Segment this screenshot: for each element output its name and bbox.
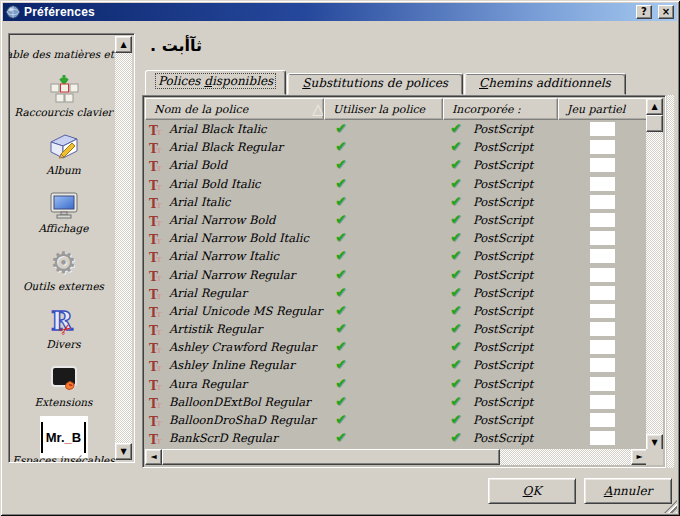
sidebar-item-table-des-matieres-et[interactable]: Table des matières et ... — [11, 36, 116, 60]
sidebar-item-raccourcis-clavier[interactable]: Raccourcis clavier — [11, 60, 116, 118]
truetype-icon: TT — [149, 304, 162, 320]
table-row[interactable]: TTArial Bold Italic✔✔PostScript — [145, 175, 648, 193]
jeu-partiel-cell[interactable] — [590, 231, 615, 245]
jeu-partiel-cell[interactable] — [590, 322, 615, 336]
column-header-nom-de-la-police[interactable]: Nom de la police△ — [145, 98, 324, 120]
table-row[interactable]: TTArial Italic✔✔PostScript — [145, 193, 648, 211]
table-row[interactable]: TTBalloonDroShaD Regular✔✔PostScript — [145, 411, 648, 429]
scroll-up-button[interactable]: ▲ — [115, 36, 132, 53]
sidebar-item-espaces-insecables[interactable]: Mr._BEspaces insécables — [11, 408, 116, 463]
check-icon: ✔ — [335, 302, 347, 319]
vertical-scrollbar[interactable]: ▲ ▼ — [646, 98, 663, 451]
font-name: Arial Narrow Bold Italic — [169, 231, 309, 245]
scrollbar-track[interactable] — [646, 132, 663, 434]
font-name: Arial Black Italic — [169, 122, 267, 136]
tab-chemins-additionnels[interactable]: Chemins additionnels — [464, 73, 626, 95]
scrollbar-thumb[interactable] — [162, 449, 500, 465]
sidebar-item-divers[interactable]: R ✂Divers — [11, 292, 116, 350]
table-row[interactable]: TTArial Regular✔✔PostScript — [145, 284, 648, 302]
table-row[interactable]: TTArial Black Italic✔✔PostScript — [145, 120, 648, 138]
truetype-icon: TT — [149, 158, 162, 174]
font-name: Arial Regular — [169, 286, 247, 300]
scroll-up-button[interactable]: ▲ — [646, 98, 663, 115]
column-header-utiliser-la-police[interactable]: Utiliser la police — [324, 98, 443, 120]
tab-mnemonic: d — [204, 74, 212, 88]
jeu-partiel-cell[interactable] — [590, 140, 615, 154]
font-name: Arial Narrow Italic — [169, 249, 279, 263]
preferences-dialog: Préférences ? × Table des matières et ..… — [0, 0, 680, 516]
truetype-icon: TT — [149, 431, 162, 447]
check-icon: ✔ — [335, 229, 347, 246]
table-row[interactable]: TTArtistik Regular✔✔PostScript — [145, 320, 648, 338]
scroll-left-button[interactable]: ◄ — [145, 449, 162, 465]
truetype-icon: TT — [149, 268, 162, 284]
table-row[interactable]: TTAura Regular✔✔PostScript — [145, 375, 648, 393]
font-name: Arial Narrow Regular — [169, 268, 295, 282]
jeu-partiel-cell[interactable] — [590, 122, 615, 136]
scrollbar-track[interactable] — [500, 449, 631, 465]
cancel-button[interactable]: Annuler — [584, 478, 672, 504]
help-button[interactable]: ? — [636, 5, 652, 19]
table-row[interactable]: TTBankScrD Regular✔✔PostScript — [145, 429, 648, 447]
sidebar-item-extensions[interactable]: Extensions — [11, 350, 116, 408]
table-row[interactable]: TTArial Narrow Bold✔✔PostScript — [145, 211, 648, 229]
close-button[interactable]: × — [658, 5, 674, 19]
jeu-partiel-cell[interactable] — [590, 413, 615, 427]
table-row[interactable]: TTArial Narrow Bold Italic✔✔PostScript — [145, 229, 648, 247]
table-row[interactable]: TTArial Narrow Italic✔✔PostScript — [145, 247, 648, 265]
check-icon: ✔ — [450, 229, 462, 246]
check-icon: ✔ — [335, 356, 347, 373]
table-row[interactable]: TTAshley Crawford Regular✔✔PostScript — [145, 338, 648, 356]
check-icon: ✔ — [335, 284, 347, 301]
jeu-partiel-cell[interactable] — [590, 304, 615, 318]
table-row[interactable]: TTArial Unicode MS Regular✔✔PostScript — [145, 302, 648, 320]
check-icon: ✔ — [450, 266, 462, 283]
sidebar-item-label: Espaces insécables — [12, 454, 114, 463]
font-name: Artistik Regular — [169, 322, 262, 336]
font-name: BalloonDExtBol Regular — [169, 395, 311, 409]
sidebar-item-album[interactable]: Album — [11, 118, 116, 176]
jeu-partiel-cell[interactable] — [590, 395, 615, 409]
check-icon: ✔ — [335, 393, 347, 410]
jeu-partiel-cell[interactable] — [590, 268, 615, 282]
jeu-partiel-cell[interactable] — [590, 158, 615, 172]
table-row[interactable]: TTBalloonDExtBol Regular✔✔PostScript — [145, 393, 648, 411]
table-row[interactable]: TTAshley Inline Regular✔✔PostScript — [145, 356, 648, 374]
sidebar-item-label: Extensions — [34, 396, 92, 408]
incorporee-value: PostScript — [473, 340, 533, 354]
check-icon: ✔ — [450, 193, 462, 210]
scrollbar-thumb[interactable] — [646, 115, 663, 132]
titlebar[interactable]: Préférences ? × — [3, 3, 677, 21]
table-row[interactable]: TTArial Bold✔✔PostScript — [145, 156, 648, 174]
category-list: Table des matières et ... Raccourcis cla… — [8, 33, 135, 463]
app-globe-icon — [6, 5, 20, 19]
column-header-jeu-partiel[interactable]: Jeu partiel — [558, 98, 648, 120]
sidebar-item-outils-externes[interactable]: ⚙Outils externes — [11, 234, 116, 292]
jeu-partiel-cell[interactable] — [590, 213, 615, 227]
jeu-partiel-cell[interactable] — [590, 358, 615, 372]
sidebar-scrollbar-track[interactable] — [115, 53, 132, 443]
font-name: Arial Narrow Bold — [169, 213, 275, 227]
ok-button[interactable]: OK — [488, 478, 576, 504]
table-row[interactable]: TTArial Narrow Regular✔✔PostScript — [145, 266, 648, 284]
incorporee-value: PostScript — [473, 249, 533, 263]
jeu-partiel-cell[interactable] — [590, 340, 615, 354]
tab-substitutions-de-polices[interactable]: Substitutions de polices — [287, 73, 463, 95]
truetype-icon: TT — [149, 358, 162, 374]
table-row[interactable]: TTArial Black Regular✔✔PostScript — [145, 138, 648, 156]
jeu-partiel-cell[interactable] — [590, 431, 615, 445]
column-header-incorporee[interactable]: Incorporée : — [443, 98, 558, 120]
scroll-down-button[interactable]: ▼ — [115, 443, 132, 460]
jeu-partiel-cell[interactable] — [590, 249, 615, 263]
horizontal-scrollbar[interactable]: ◄ ► — [145, 449, 648, 465]
jeu-partiel-cell[interactable] — [590, 286, 615, 300]
sidebar-item-affichage[interactable]: Affichage — [11, 176, 116, 234]
incorporee-value: PostScript — [473, 286, 533, 300]
gear-icon: ⚙ — [50, 246, 77, 280]
tab-polices-disponibles[interactable]: Polices disponibles — [145, 70, 286, 95]
jeu-partiel-cell[interactable] — [590, 377, 615, 391]
jeu-partiel-cell[interactable] — [590, 195, 615, 209]
check-icon: ✔ — [450, 411, 462, 428]
check-icon: ✔ — [335, 375, 347, 392]
jeu-partiel-cell[interactable] — [590, 177, 615, 191]
